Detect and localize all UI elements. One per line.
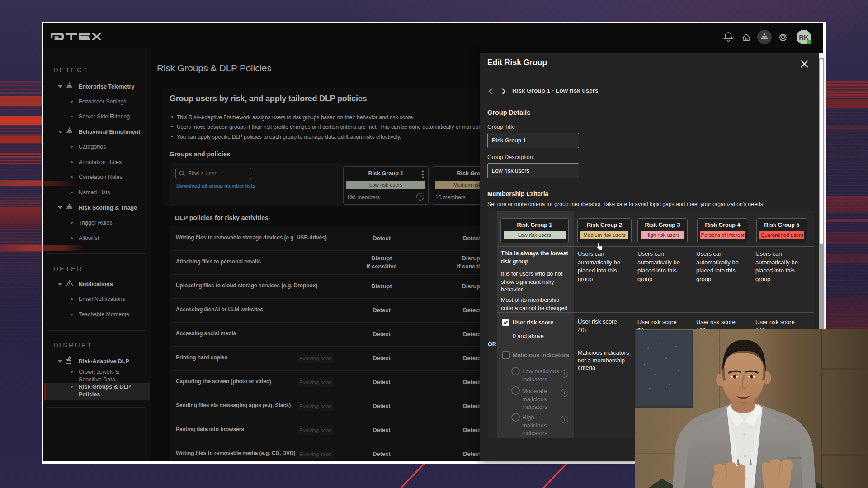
svg-text:RK: RK <box>799 33 809 41</box>
